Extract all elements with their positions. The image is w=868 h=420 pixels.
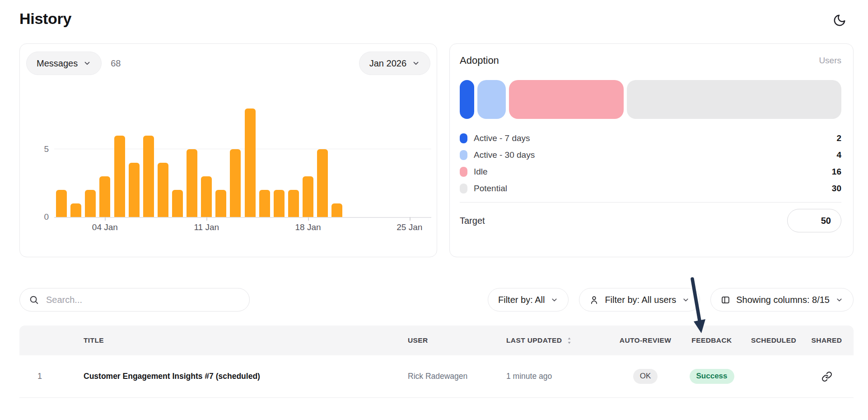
y-axis-tick-label: 0 <box>33 212 49 222</box>
shared-link-button[interactable] <box>819 368 835 385</box>
column-header-auto-review: AUTO-REVIEW <box>615 336 676 344</box>
table-header-row: TITLEUSERLAST UPDATEDAUTO-REVIEWFEEDBACK… <box>19 326 854 355</box>
chevron-down-icon <box>551 296 558 304</box>
bar-day-19 <box>317 149 328 217</box>
legend-value: 4 <box>836 150 841 160</box>
legend-label: Idle <box>474 167 488 177</box>
column-header-last-updated[interactable]: LAST UPDATED <box>506 336 615 344</box>
adoption-card: Adoption Users Active - 7 days2Active - … <box>449 43 854 257</box>
column-header-title: TITLE <box>60 336 408 344</box>
legend-row-idle: Idle16 <box>460 163 841 180</box>
showing-columns-button[interactable]: Showing columns: 8/15 <box>710 288 854 311</box>
bar-day-15 <box>259 190 270 217</box>
feedback-badge: Success <box>690 369 734 384</box>
column-header-user: USER <box>408 336 506 344</box>
legend-value: 16 <box>832 167 841 177</box>
chevron-down-icon <box>682 296 690 304</box>
link-icon <box>821 371 832 382</box>
legend-value: 30 <box>832 184 841 193</box>
legend-row-potential: Potential30 <box>460 180 841 197</box>
row-last-updated: 1 minute ago <box>506 372 615 381</box>
bar-day-16 <box>274 190 285 217</box>
x-axis-tick-mark <box>308 217 309 221</box>
bar-day-20 <box>331 203 342 217</box>
gridline-y-5 <box>54 149 431 149</box>
x-axis-tick-mark <box>105 217 106 221</box>
row-user: Rick Radewagen <box>408 372 506 381</box>
chevron-down-icon <box>83 59 91 67</box>
legend-swatch <box>460 133 467 143</box>
column-header-scheduled: SCHEDULED <box>747 336 800 344</box>
row-title[interactable]: Customer Engagement Insights #7 (schedul… <box>60 372 408 381</box>
bar-day-14 <box>245 109 256 217</box>
messages-card: Messages 68 Jan 2026 0504 Jan11 Jan18 Ja… <box>19 43 437 257</box>
x-axis-tick-mark <box>206 217 207 221</box>
filter-by-label: Filter by: All <box>498 295 545 305</box>
divider <box>460 202 841 203</box>
adoption-unit-label: Users <box>819 56 841 66</box>
metric-selector[interactable]: Messages <box>26 52 102 75</box>
messages-card-controls: Messages 68 Jan 2026 <box>26 52 430 75</box>
target-row: Target <box>460 209 841 232</box>
moon-icon <box>833 14 846 27</box>
search-box[interactable] <box>19 288 250 311</box>
auto-review-badge: OK <box>633 369 658 384</box>
theme-toggle-button[interactable] <box>831 12 848 29</box>
summary-cards: Messages 68 Jan 2026 0504 Jan11 Jan18 Ja… <box>19 43 854 257</box>
table-body: 1Customer Engagement Insights #7 (schedu… <box>19 355 854 398</box>
column-header-feedback: FEEDBACK <box>676 336 747 344</box>
bar-day-07 <box>143 136 154 217</box>
x-axis-tick-mark <box>410 217 411 221</box>
row-feedback: Success <box>676 369 747 384</box>
legend-row-active-30-days: Active - 30 days4 <box>460 146 841 163</box>
bar-day-02 <box>70 203 81 217</box>
period-selector[interactable]: Jan 2026 <box>359 52 430 75</box>
bar-day-04 <box>99 176 110 217</box>
legend-swatch <box>460 167 467 177</box>
adoption-title: Adoption <box>460 55 499 66</box>
sort-up-down-icon[interactable] <box>566 337 572 344</box>
bar-day-18 <box>303 176 313 217</box>
target-input[interactable] <box>787 209 841 232</box>
history-table: TITLEUSERLAST UPDATEDAUTO-REVIEWFEEDBACK… <box>19 326 854 398</box>
bar-day-09 <box>172 190 183 217</box>
legend-label: Active - 7 days <box>474 133 530 143</box>
segment-idle <box>509 80 624 119</box>
legend-label: Potential <box>474 184 507 193</box>
adoption-legend: Active - 7 days2Active - 30 days4Idle16P… <box>460 130 841 197</box>
x-axis-tick-label: 18 Jan <box>281 222 335 232</box>
bar-day-17 <box>288 190 299 217</box>
adoption-stacked-bar <box>460 80 841 119</box>
column-header-shared: SHARED <box>800 336 854 344</box>
y-axis-tick-label: 5 <box>33 144 49 154</box>
columns-icon <box>721 295 730 305</box>
search-icon <box>29 295 39 305</box>
messages-chart-plot: 0504 Jan11 Jan18 Jan25 Jan <box>54 82 431 218</box>
bar-day-06 <box>129 163 140 217</box>
bar-day-12 <box>215 190 226 217</box>
bar-day-11 <box>201 176 212 217</box>
x-axis-tick-label: 04 Jan <box>78 222 132 232</box>
metric-selector-label: Messages <box>37 58 78 69</box>
page-header: History <box>0 0 868 29</box>
chevron-down-icon <box>835 296 843 304</box>
filter-by-button[interactable]: Filter by: All <box>488 288 569 311</box>
bar-day-05 <box>114 136 125 217</box>
table-row[interactable]: 1Customer Engagement Insights #7 (schedu… <box>19 355 854 398</box>
x-axis-tick-label: 11 Jan <box>179 222 233 232</box>
page-title: History <box>19 10 71 28</box>
filter-by-users-button[interactable]: Filter by: All users <box>579 288 700 311</box>
target-label: Target <box>460 216 485 226</box>
legend-row-active-7-days: Active - 7 days2 <box>460 130 841 146</box>
legend-swatch <box>460 184 467 193</box>
legend-label: Active - 30 days <box>474 150 535 160</box>
search-input[interactable] <box>45 294 240 306</box>
bar-day-08 <box>158 163 168 217</box>
segment-active-7-days <box>460 80 474 119</box>
bar-day-13 <box>230 149 241 217</box>
bar-day-01 <box>56 190 67 217</box>
table-toolbar: Filter by: All Filter by: All users Show… <box>19 288 854 311</box>
adoption-card-header: Adoption Users <box>460 55 841 66</box>
row-shared <box>800 368 854 385</box>
filter-by-users-label: Filter by: All users <box>605 295 676 305</box>
